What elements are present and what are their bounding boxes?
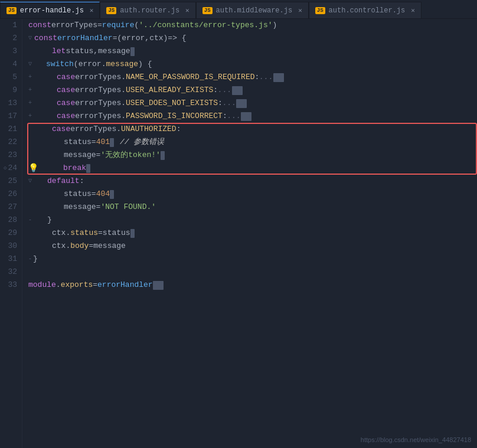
var-status3: status xyxy=(64,188,92,201)
close-icon[interactable]: ✕ xyxy=(298,6,302,14)
cursor3 xyxy=(161,151,165,160)
cursor-sq1 xyxy=(273,73,284,82)
js-badge: JS xyxy=(106,7,116,14)
prop-user-not-exist: USER_DOES_NOT_EXISTS xyxy=(126,97,218,110)
close-icon[interactable]: ✕ xyxy=(90,6,94,14)
js-badge: JS xyxy=(6,7,17,14)
line-num-28: 28 xyxy=(0,214,22,227)
code-line-27: message = 'NOT FOUND.' xyxy=(22,201,477,214)
code-line-24: 💡 break xyxy=(22,162,477,175)
paren5: ) { xyxy=(138,58,152,71)
cursor7 xyxy=(153,281,164,290)
code-area: 1 2 3 4 5 9 13 17 21 22 23 ◇24 25 26 27 … xyxy=(0,19,477,448)
keyword-module: module xyxy=(28,279,56,292)
dot2: . xyxy=(121,71,126,84)
var-status4: status xyxy=(103,227,130,240)
tab-label: auth.controller.js xyxy=(329,6,406,15)
line-num-4: 4 xyxy=(0,58,22,71)
line-num-24: ◇24 xyxy=(0,162,22,175)
tab-label: auth.middleware.js xyxy=(216,6,293,15)
fold-icon-31: - xyxy=(28,253,32,266)
var-errorTypes: errorTypes xyxy=(51,19,97,32)
var-message4: message xyxy=(93,240,126,253)
line-num-21: 21 xyxy=(0,123,22,136)
op5: = xyxy=(92,188,96,201)
op6: = xyxy=(96,201,101,214)
dot9: . xyxy=(56,279,61,292)
tab-label: auth.router.js xyxy=(120,6,179,15)
tab-error-handle[interactable]: JS error-handle.js ✕ xyxy=(0,2,100,18)
code-line-5: + case errorTypes . NAME_OR_PASSWORD_IS_… xyxy=(22,71,477,84)
paren3: ) xyxy=(164,32,168,45)
op4: = xyxy=(96,149,101,162)
line-num-1: 1 xyxy=(0,19,22,32)
paren4: ( xyxy=(74,58,79,71)
code-line-22: status = 401 // 参数错误 xyxy=(22,136,477,149)
op9: = xyxy=(93,279,97,292)
cursor6 xyxy=(130,229,135,238)
keyword-let: let xyxy=(52,45,66,58)
colon4: : xyxy=(223,110,227,123)
code-content: const errorTypes = require ( '../constan… xyxy=(22,19,477,448)
arrow: => { xyxy=(168,32,186,45)
colon2: : xyxy=(213,84,218,97)
dot6: . xyxy=(116,123,121,136)
close-icon[interactable]: ✕ xyxy=(411,6,415,14)
prop-status2: status xyxy=(70,227,98,240)
line-num-25: 25 xyxy=(0,175,22,188)
keyword-case2: case xyxy=(57,84,75,97)
prop-exports: exports xyxy=(61,279,93,292)
tab-auth-controller[interactable]: JS auth.controller.js ✕ xyxy=(309,2,422,18)
dot: . xyxy=(102,58,106,71)
tab-auth-router[interactable]: JS auth.router.js ✕ xyxy=(100,2,195,18)
comment-cn-1: // 参数错误 xyxy=(120,136,164,149)
str-path: '../constants/error-types.js' xyxy=(139,19,272,32)
code-line-33: module . exports = errorHandler xyxy=(22,279,477,292)
cursor5 xyxy=(110,190,114,199)
dot8: . xyxy=(66,240,70,253)
ellipsis3: ... xyxy=(223,97,236,110)
cursor-sq4 xyxy=(241,112,251,121)
js-badge: JS xyxy=(315,7,325,14)
editor-container: JS error-handle.js ✕ JS auth.router.js ✕… xyxy=(0,0,477,448)
close-brace2: } xyxy=(33,253,38,266)
keyword-const: const xyxy=(28,19,51,32)
code-line-25: ▽ default : xyxy=(22,175,477,188)
fold-icon-17: + xyxy=(28,110,32,123)
line-numbers: 1 2 3 4 5 9 13 17 21 22 23 ◇24 25 26 27 … xyxy=(0,19,22,448)
num-404: 404 xyxy=(96,188,110,201)
param-error2: error xyxy=(79,58,102,71)
var-errorTypes1: errorTypes xyxy=(75,71,121,84)
fold-icon-2: ▽ xyxy=(28,32,32,45)
cursor2 xyxy=(110,138,114,147)
line-num-31: 31 xyxy=(0,253,22,266)
op8: = xyxy=(89,240,93,253)
line-num-17: 17 xyxy=(0,110,22,123)
param-ctx: ctx xyxy=(149,32,163,45)
fn-require: require xyxy=(102,19,135,32)
param-error: error xyxy=(122,32,145,45)
code-line-17: + case errorTypes . PASSWORD_IS_INCORREC… xyxy=(22,110,477,123)
ellipsis2: ... xyxy=(218,84,231,97)
var-message3: message xyxy=(64,201,96,214)
dot4: . xyxy=(121,97,126,110)
fold-icon-28: - xyxy=(28,214,32,227)
line-num-22: 22 xyxy=(0,136,22,149)
tab-bar: JS error-handle.js ✕ JS auth.router.js ✕… xyxy=(0,0,477,19)
paren: ( xyxy=(134,19,139,32)
var-errorTypes3: errorTypes xyxy=(75,97,121,110)
code-line-28: - } xyxy=(22,214,477,227)
code-line-31: - } xyxy=(22,253,477,266)
keyword-case5: case xyxy=(52,123,70,136)
tab-auth-middleware[interactable]: JS auth.middleware.js ✕ xyxy=(196,2,309,18)
var-errorTypes5: errorTypes xyxy=(70,123,116,136)
code-line-3: let status , message xyxy=(22,45,477,58)
line-num-9: 9 xyxy=(0,84,22,97)
prop-name-pwd: NAME_OR_PASSWORD_IS_REQUIRED xyxy=(126,71,254,84)
var-message: message xyxy=(98,45,130,58)
line-num-2: 2 xyxy=(0,32,22,45)
close-icon[interactable]: ✕ xyxy=(185,6,190,14)
keyword-switch: switch xyxy=(46,58,74,71)
line-num-30: 30 xyxy=(0,240,22,253)
watermark: https://blog.csdn.net/weixin_44827418 xyxy=(361,436,471,443)
